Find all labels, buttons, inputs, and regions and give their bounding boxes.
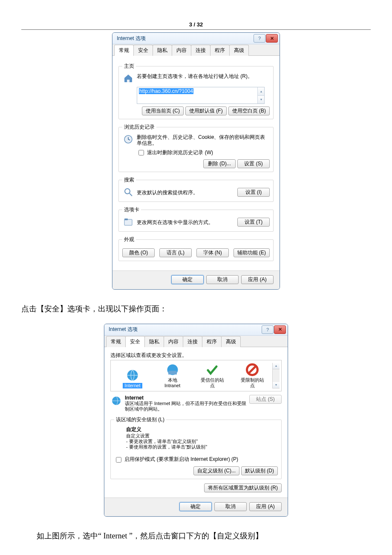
zone-prompt: 选择区域以查看或更改安全设置。 (110, 351, 282, 358)
tab-content[interactable]: 内容 (172, 45, 191, 56)
sites-button: 站点 (S) (249, 395, 282, 404)
use-blank-button[interactable]: 使用空白页 (B) (228, 106, 270, 115)
svg-line-2 (130, 193, 132, 196)
search-group: 搜索 更改默认的搜索提供程序。 设置 (I) (118, 176, 274, 202)
close-button[interactable]: ✕ (266, 34, 278, 43)
svg-rect-4 (124, 219, 128, 220)
internet-options-dialog-security: Internet 选项 ? ✕ 常规 安全 隐私 内容 连接 程序 高级 选择区… (104, 324, 288, 517)
tab-content[interactable]: 内容 (164, 336, 183, 347)
level-line2: - 要使用推荐的设置，请单击“默认级别” (126, 444, 278, 450)
tab-advanced[interactable]: 高级 (229, 45, 249, 56)
tab-privacy[interactable]: 隐私 (153, 45, 172, 56)
homepage-url-input[interactable]: http://hao.360.cn/?1004 ▴▾ (137, 87, 265, 104)
spin-up-icon[interactable]: ▴ (257, 87, 264, 95)
use-current-button[interactable]: 使用当前页 (C) (142, 106, 184, 115)
tabs-group: 选项卡 更改网页在选项卡中显示的方式。 设置 (T) (118, 206, 274, 232)
spin-down-icon[interactable]: ▾ (257, 95, 264, 104)
cancel-button[interactable]: 取消 (206, 275, 239, 284)
tab-programs[interactable]: 程序 (210, 45, 230, 56)
homepage-desc: 若要创建主页选项卡，请在各地址行键入地址 (R)。 (137, 72, 253, 79)
search-settings-button[interactable]: 设置 (I) (237, 188, 270, 197)
cancel-button[interactable]: 取消 (214, 502, 247, 511)
history-legend: 浏览历史记录 (122, 124, 156, 131)
svg-rect-3 (124, 219, 132, 225)
history-desc: 删除临时文件、历史记录、Cookie、保存的密码和网页表单信息。 (137, 133, 270, 146)
tab-security[interactable]: 安全 (125, 336, 145, 347)
accessibility-button[interactable]: 辅助功能 (E) (233, 248, 270, 257)
paragraph-1: 点击【安全】选项卡，出现以下操作页面： (21, 301, 371, 318)
dialog-title: Internet 选项 (109, 326, 261, 333)
tab-general[interactable]: 常规 (114, 45, 134, 56)
language-button[interactable]: 语言 (L) (159, 248, 192, 257)
page-header: 3 / 32 (21, 21, 371, 30)
ok-button[interactable]: 确定 (171, 275, 204, 284)
history-group: 浏览历史记录 删除临时文件、历史记录、Cookie、保存的密码和网页表单信息。 … (118, 124, 274, 172)
titlebar[interactable]: Internet 选项 ? ✕ (112, 33, 280, 44)
use-default-button[interactable]: 使用默认值 (F) (185, 106, 227, 115)
svg-rect-7 (168, 371, 177, 374)
dialog-title: Internet 选项 (117, 35, 253, 42)
paragraph-2: 如上图所示，选中“ Internet ”，然后点击窗口下方的【自定义级别】 (21, 528, 371, 545)
page-number: 3 (21, 550, 371, 555)
svg-line-9 (248, 366, 256, 374)
delete-button[interactable]: 删除 (D)... (203, 159, 236, 168)
selected-zone-title: Internet (125, 395, 249, 401)
help-button[interactable]: ? (262, 325, 274, 334)
level-name: 自定义 (126, 426, 278, 433)
default-level-button[interactable]: 默认级别 (D) (241, 466, 278, 475)
zone-internet[interactable]: Internet (112, 368, 153, 388)
tab-security[interactable]: 安全 (133, 45, 153, 56)
home-icon (122, 72, 134, 84)
internet-options-dialog-general: Internet 选项 ? ✕ 常规 安全 隐私 内容 连接 程序 高级 主页 (112, 32, 280, 290)
custom-level-button[interactable]: 自定义级别 (C)... (193, 466, 239, 475)
zone-intranet[interactable]: 本地 Intranet (153, 363, 193, 388)
tab-connections[interactable]: 连接 (191, 45, 210, 56)
level-line1: - 要更改设置，请单击“自定义级别” (126, 439, 278, 444)
tabs-desc: 更改网页在选项卡中显示的方式。 (137, 219, 237, 225)
level-sub: 自定义设置 (126, 433, 278, 439)
tabs-legend: 选项卡 (122, 206, 141, 213)
tabs-settings-button[interactable]: 设置 (T) (237, 218, 270, 227)
dialog-buttons: 确定 取消 应用 (A) (104, 497, 288, 516)
tab-advanced[interactable]: 高级 (221, 336, 241, 347)
colors-button[interactable]: 颜色 (O) (122, 248, 155, 257)
appearance-legend: 外观 (122, 236, 136, 243)
globe-icon (110, 395, 122, 407)
fonts-button[interactable]: 字体 (N) (196, 248, 229, 257)
search-desc: 更改默认的搜索提供程序。 (137, 189, 237, 196)
tab-programs[interactable]: 程序 (202, 336, 222, 347)
security-level-group: 该区域的安全级别 (L) 自定义 自定义设置 - 要更改设置，请单击“自定义级别… (110, 416, 282, 479)
selected-zone-desc: 该区域适用于 Internet 网站，但不适用于列在受信任和受限制区域中的网站。 (125, 401, 249, 412)
ok-button[interactable]: 确定 (179, 502, 212, 511)
delete-on-exit-checkbox[interactable]: 退出时删除浏览历史记录 (W) (137, 150, 213, 155)
homepage-legend: 主页 (122, 63, 136, 70)
apply-button[interactable]: 应用 (A) (249, 502, 282, 511)
search-legend: 搜索 (122, 176, 136, 184)
level-legend: 该区域的安全级别 (L) (114, 416, 166, 423)
dialog-buttons: 确定 取消 应用 (A) (112, 270, 280, 289)
zone-restricted[interactable]: 受限制的站 点 (232, 363, 272, 388)
tab-privacy[interactable]: 隐私 (144, 336, 164, 347)
history-icon (122, 133, 134, 145)
history-settings-button[interactable]: 设置 (S) (237, 159, 270, 168)
tabs-icon (122, 216, 134, 228)
zone-trusted[interactable]: 受信任的站 点 (193, 363, 233, 388)
appearance-group: 外观 颜色 (O) 语言 (L) 字体 (N) 辅助功能 (E) (118, 236, 274, 261)
reset-all-zones-button[interactable]: 将所有区域重置为默认级别 (R) (204, 483, 282, 492)
help-button[interactable]: ? (254, 34, 265, 43)
svg-point-1 (125, 189, 130, 194)
tab-connections[interactable]: 连接 (183, 336, 202, 347)
tab-general[interactable]: 常规 (106, 336, 126, 347)
zone-list[interactable]: Internet 本地 Intranet 受信任的站 点 受限制的站 点 (110, 360, 282, 391)
titlebar[interactable]: Internet 选项 ? ✕ (104, 324, 288, 336)
tab-strip: 常规 安全 隐私 内容 连接 程序 高级 (112, 44, 280, 56)
close-button[interactable]: ✕ (274, 325, 286, 334)
zone-scrollbar[interactable]: ▴▾ (272, 363, 280, 388)
search-icon (122, 186, 134, 198)
protected-mode-checkbox[interactable]: 启用保护模式 (要求重新启动 Internet Explorer) (P) (114, 456, 238, 462)
homepage-group: 主页 若要创建主页选项卡，请在各地址行键入地址 (R)。 http://hao.… (118, 63, 274, 119)
tab-strip: 常规 安全 隐私 内容 连接 程序 高级 (104, 336, 288, 347)
apply-button[interactable]: 应用 (A) (241, 275, 274, 284)
